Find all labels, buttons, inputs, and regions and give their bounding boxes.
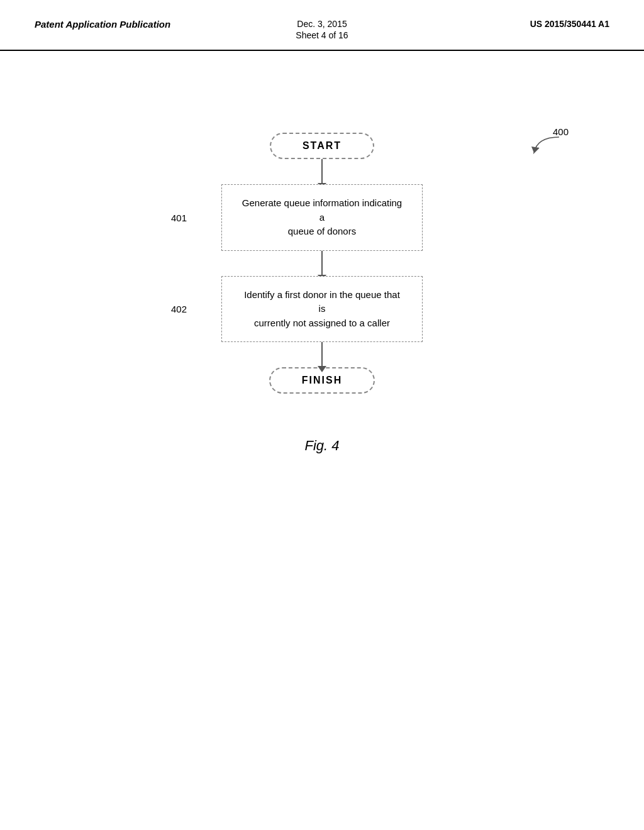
step-401-text: Generate queue information indicating aq…	[242, 197, 402, 236]
step-401-wrapper: 401 Generate queue information indicatin…	[221, 184, 423, 251]
start-label: START	[303, 140, 341, 151]
flowchart: START 401 Generate queue information ind…	[133, 133, 511, 394]
page-header: Patent Application Publication Dec. 3, 2…	[0, 0, 644, 51]
arrow-start-to-401	[321, 159, 323, 184]
step-402-id: 402	[171, 304, 187, 314]
arrow-401-to-402	[321, 251, 323, 276]
step-402-text: Identify a first donor in the queue that…	[244, 289, 400, 328]
step-402-wrapper: 402 Identify a first donor in the queue …	[221, 276, 423, 343]
step-401-id: 401	[171, 212, 187, 223]
step-401-box: Generate queue information indicating aq…	[221, 184, 423, 251]
sheet-number: Sheet 4 of 16	[296, 30, 348, 40]
fig-400-label: 400	[547, 126, 562, 137]
page: Patent Application Publication Dec. 3, 2…	[0, 0, 644, 830]
finish-label: FINISH	[302, 375, 342, 385]
header-center: Dec. 3, 2015 Sheet 4 of 16	[226, 19, 418, 40]
curved-arrow-icon	[528, 134, 565, 165]
step-402-box: Identify a first donor in the queue that…	[221, 276, 423, 343]
publication-label: Patent Application Publication	[35, 19, 226, 40]
patent-number: US 2015/350441 A1	[418, 19, 609, 40]
publication-date: Dec. 3, 2015	[297, 19, 347, 29]
arrow-402-to-finish	[321, 342, 323, 367]
figure-label: Fig. 4	[304, 438, 339, 454]
start-node: START	[270, 133, 374, 159]
